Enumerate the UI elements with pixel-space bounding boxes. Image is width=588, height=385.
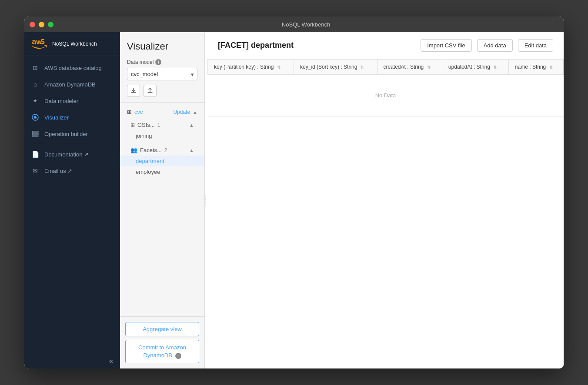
facets-count: 2: [164, 147, 167, 153]
panel-layout: Visualizer Data model i cvc_model: [120, 32, 564, 368]
model-select[interactable]: cvc_model: [127, 68, 197, 80]
data-model-info-icon: i: [155, 59, 161, 65]
tree-update-button[interactable]: Update: [173, 109, 190, 115]
sidebar-item-documentation[interactable]: 📄 Documentation ↗: [24, 146, 120, 163]
no-data-cell: No Data: [208, 75, 564, 116]
aggregate-view-button[interactable]: Aggregate view: [125, 322, 199, 336]
sidebar-label-documentation: Documentation ↗: [44, 151, 89, 158]
import-export-buttons: [127, 85, 197, 97]
titlebar: NoSQL Workbench: [24, 17, 564, 32]
no-data-row: No Data: [208, 75, 564, 116]
sidebar-logo: NoSQL Workbench: [24, 32, 120, 56]
svg-rect-3: [32, 133, 38, 135]
sidebar-item-visualizer[interactable]: Visualizer: [24, 109, 120, 126]
left-panel-actions: Aggregate view Commit to Amazon DynamoDB…: [120, 316, 204, 368]
edit-data-button[interactable]: Edit data: [518, 39, 553, 52]
sidebar-label-dynamodb: Amazon DynamoDB: [44, 81, 96, 88]
sidebar-label-aws-catalog: AWS database catalog: [44, 65, 102, 71]
doc-icon: 📄: [31, 150, 39, 158]
tree-facet-item-department[interactable]: department: [120, 156, 204, 166]
data-model-label: Data model i: [127, 59, 197, 65]
operation-icon: [31, 130, 39, 138]
content-title: [FACET] department: [218, 41, 415, 50]
import-button[interactable]: [127, 85, 140, 97]
aws-logo-icon: [31, 39, 47, 49]
svg-rect-2: [32, 131, 38, 133]
sidebar-item-aws-catalog[interactable]: ⊞ AWS database catalog: [24, 60, 120, 76]
tree-chevron-table: ▲: [193, 110, 197, 115]
commit-button[interactable]: Commit to Amazon DynamoDB i: [125, 340, 199, 363]
main-layout: NoSQL Workbench ⊞ AWS database catalog ⌂…: [24, 32, 564, 368]
email-icon: ✉: [31, 167, 39, 175]
tree-table-cvc: ⊞ cvc Update ▲: [120, 106, 204, 118]
sort-icon-updated[interactable]: ⇅: [493, 65, 497, 70]
commit-line1: Commit to Amazon: [138, 344, 186, 351]
drag-dots: [205, 194, 207, 207]
table-grid-icon: ⊞: [127, 109, 132, 115]
sidebar-nav: ⊞ AWS database catalog ⌂ Amazon DynamoDB…: [24, 56, 120, 354]
column-name: name : String ⇅: [508, 60, 563, 75]
window-controls: [30, 22, 53, 27]
export-button[interactable]: [144, 85, 157, 97]
tree-facets-section: 👥 Facets... 2 ▲ department employee: [120, 143, 204, 179]
facets-icon: 👥: [130, 147, 137, 153]
sidebar-item-dynamodb[interactable]: ⌂ Amazon DynamoDB: [24, 76, 120, 93]
window-title: NoSQL Workbench: [53, 21, 558, 28]
column-updated-at: updatedAt : String ⇅: [442, 60, 508, 75]
app-window: NoSQL Workbench NoSQL Workbench ⊞ AWS da…: [24, 17, 564, 368]
sidebar-item-operation-builder[interactable]: Operation builder: [24, 126, 120, 142]
tree-gsis-header: ⊞ GSIs... 1 ▲: [120, 119, 204, 130]
column-created-at: createdAt : String ⇅: [377, 60, 442, 75]
sidebar: NoSQL Workbench ⊞ AWS database catalog ⌂…: [24, 32, 120, 368]
visualizer-icon: [31, 113, 39, 121]
sort-icon-key-id[interactable]: ⇅: [361, 65, 364, 70]
tree-facets-header: 👥 Facets... 2 ▲: [120, 145, 204, 156]
gsis-count: 1: [157, 122, 160, 128]
column-key-id: key_id (Sort key) : String ⇅: [294, 60, 377, 75]
close-dot[interactable]: [30, 22, 35, 27]
sidebar-label-data-modeler: Data modeler: [44, 98, 78, 104]
commit-line2: DynamoDB: [143, 352, 172, 358]
sidebar-label-visualizer: Visualizer: [44, 114, 69, 121]
sort-icon-key[interactable]: ⇅: [277, 65, 281, 70]
maximize-dot[interactable]: [48, 22, 53, 27]
sidebar-label-operation-builder: Operation builder: [44, 131, 88, 137]
sort-icon-name[interactable]: ⇅: [549, 65, 553, 70]
tree-table-name[interactable]: cvc: [134, 109, 143, 115]
sidebar-item-email[interactable]: ✉ Email us ↗: [24, 163, 120, 179]
minimize-dot[interactable]: [39, 22, 44, 27]
svg-rect-4: [32, 136, 38, 136]
import-csv-button[interactable]: Import CSV file: [421, 39, 471, 52]
main-content: [FACET] department Import CSV file Add d…: [207, 32, 564, 368]
sort-icon-created[interactable]: ⇅: [427, 65, 431, 70]
sidebar-logo-text: NoSQL Workbench: [52, 41, 97, 47]
left-panel-header: Visualizer Data model i cvc_model: [120, 32, 204, 103]
tree-gsis-section: ⊞ GSIs... 1 ▲ joining: [120, 118, 204, 143]
facets-label: Facets...: [140, 147, 162, 153]
add-data-button[interactable]: Add data: [477, 39, 513, 52]
data-table-area: key (Partition key) : String ⇅ key_id (S…: [207, 59, 564, 368]
tree-gsi-item-joining[interactable]: joining: [120, 130, 204, 141]
facets-chevron[interactable]: ▲: [189, 148, 194, 153]
tree-facet-item-employee[interactable]: employee: [120, 166, 204, 177]
tree-area: ⊞ cvc Update ▲ ⊞ GSIs... 1 ▲: [120, 103, 204, 316]
left-panel-title: Visualizer: [127, 41, 197, 52]
svg-point-1: [34, 116, 37, 119]
grid-icon: ⊞: [31, 64, 39, 72]
content-header: [FACET] department Import CSV file Add d…: [207, 32, 564, 59]
data-table: key (Partition key) : String ⇅ key_id (S…: [207, 59, 564, 116]
home-icon: ⌂: [31, 80, 39, 88]
gsi-table-icon: ⊞: [130, 122, 135, 128]
commit-info-icon: i: [175, 353, 181, 359]
left-panel: Visualizer Data model i cvc_model: [120, 32, 205, 368]
sidebar-collapse-button[interactable]: «: [24, 354, 120, 368]
sidebar-label-email: Email us ↗: [44, 168, 72, 174]
sidebar-item-data-modeler[interactable]: ✦ Data modeler: [24, 93, 120, 109]
column-key: key (Partition key) : String ⇅: [208, 60, 294, 75]
gsis-chevron[interactable]: ▲: [189, 123, 194, 128]
gsis-label: GSIs...: [137, 122, 155, 128]
modeler-icon: ✦: [31, 97, 39, 105]
model-select-wrapper: cvc_model: [127, 68, 197, 80]
table-header-row: key (Partition key) : String ⇅ key_id (S…: [208, 60, 564, 75]
